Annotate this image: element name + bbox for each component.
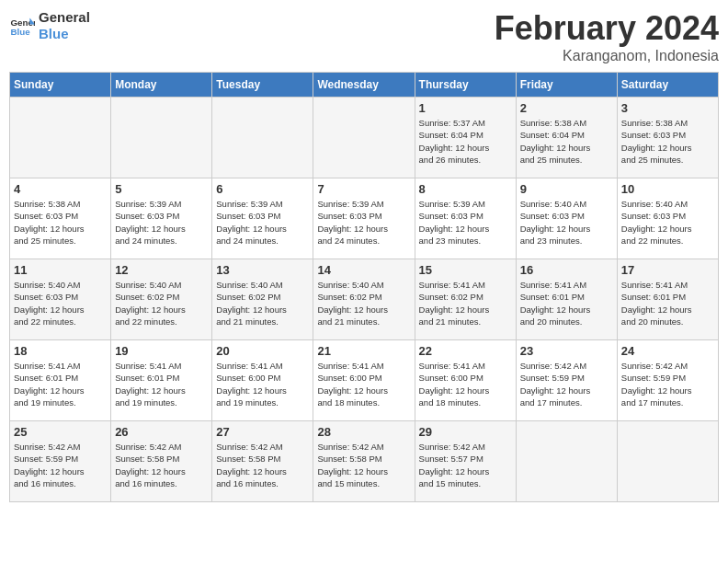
day-number: 11 <box>14 263 107 277</box>
weekday-header-monday: Monday <box>111 73 212 98</box>
calendar-week-row: 1Sunrise: 5:37 AM Sunset: 6:04 PM Daylig… <box>10 98 719 178</box>
calendar-cell: 26Sunrise: 5:42 AM Sunset: 5:58 PM Dayli… <box>111 421 212 502</box>
day-number: 8 <box>419 182 512 196</box>
day-number: 1 <box>419 101 512 115</box>
day-number: 21 <box>317 344 410 358</box>
day-number: 23 <box>520 344 613 358</box>
calendar-cell: 3Sunrise: 5:38 AM Sunset: 6:03 PM Daylig… <box>617 98 718 178</box>
day-info: Sunrise: 5:42 AM Sunset: 5:59 PM Dayligh… <box>621 360 714 408</box>
day-info: Sunrise: 5:42 AM Sunset: 5:58 PM Dayligh… <box>216 441 309 489</box>
calendar-cell: 8Sunrise: 5:39 AM Sunset: 6:03 PM Daylig… <box>415 178 516 259</box>
calendar-cell: 5Sunrise: 5:39 AM Sunset: 6:03 PM Daylig… <box>111 178 212 259</box>
day-info: Sunrise: 5:38 AM Sunset: 6:03 PM Dayligh… <box>621 117 714 166</box>
calendar-week-row: 4Sunrise: 5:38 AM Sunset: 6:03 PM Daylig… <box>10 178 719 259</box>
calendar-cell: 2Sunrise: 5:38 AM Sunset: 6:04 PM Daylig… <box>516 98 617 178</box>
calendar-cell: 16Sunrise: 5:41 AM Sunset: 6:01 PM Dayli… <box>516 259 617 340</box>
logo-general: General <box>39 9 90 26</box>
day-number: 16 <box>520 263 613 277</box>
day-number: 4 <box>14 182 107 196</box>
day-number: 12 <box>115 263 208 277</box>
calendar-cell: 14Sunrise: 5:40 AM Sunset: 6:02 PM Dayli… <box>313 259 415 340</box>
day-info: Sunrise: 5:42 AM Sunset: 5:59 PM Dayligh… <box>14 441 107 489</box>
day-info: Sunrise: 5:37 AM Sunset: 6:04 PM Dayligh… <box>419 117 512 166</box>
calendar-cell: 23Sunrise: 5:42 AM Sunset: 5:59 PM Dayli… <box>516 340 617 421</box>
location-subtitle: Karanganom, Indonesia <box>495 48 719 64</box>
calendar-cell: 17Sunrise: 5:41 AM Sunset: 6:01 PM Dayli… <box>617 259 718 340</box>
day-info: Sunrise: 5:42 AM Sunset: 5:59 PM Dayligh… <box>520 360 613 408</box>
calendar-cell: 4Sunrise: 5:38 AM Sunset: 6:03 PM Daylig… <box>10 178 111 259</box>
day-info: Sunrise: 5:40 AM Sunset: 6:02 PM Dayligh… <box>216 279 309 327</box>
day-info: Sunrise: 5:41 AM Sunset: 6:01 PM Dayligh… <box>621 279 714 327</box>
day-number: 18 <box>14 344 107 358</box>
day-number: 24 <box>621 344 714 358</box>
calendar-cell: 15Sunrise: 5:41 AM Sunset: 6:02 PM Dayli… <box>415 259 516 340</box>
page-header: General Blue General Blue February 2024 … <box>9 9 719 64</box>
day-info: Sunrise: 5:40 AM Sunset: 6:03 PM Dayligh… <box>621 198 714 247</box>
day-number: 29 <box>419 425 512 439</box>
day-number: 26 <box>115 425 208 439</box>
day-number: 20 <box>216 344 309 358</box>
day-info: Sunrise: 5:41 AM Sunset: 6:01 PM Dayligh… <box>14 360 107 408</box>
weekday-header-saturday: Saturday <box>617 73 718 98</box>
day-number: 10 <box>621 182 714 196</box>
calendar-cell: 18Sunrise: 5:41 AM Sunset: 6:01 PM Dayli… <box>10 340 111 421</box>
title-area: February 2024 Karanganom, Indonesia <box>495 9 719 64</box>
day-number: 6 <box>216 182 309 196</box>
day-number: 5 <box>115 182 208 196</box>
day-number: 19 <box>115 344 208 358</box>
day-info: Sunrise: 5:42 AM Sunset: 5:58 PM Dayligh… <box>317 441 410 489</box>
day-info: Sunrise: 5:40 AM Sunset: 6:03 PM Dayligh… <box>520 198 613 247</box>
calendar-cell <box>10 98 111 178</box>
logo-icon: General Blue <box>9 13 35 39</box>
day-info: Sunrise: 5:41 AM Sunset: 6:00 PM Dayligh… <box>317 360 410 408</box>
calendar-cell <box>313 98 415 178</box>
calendar-cell <box>111 98 212 178</box>
day-info: Sunrise: 5:42 AM Sunset: 5:58 PM Dayligh… <box>115 441 208 489</box>
day-number: 13 <box>216 263 309 277</box>
day-number: 15 <box>419 263 512 277</box>
calendar-cell: 20Sunrise: 5:41 AM Sunset: 6:00 PM Dayli… <box>212 340 313 421</box>
weekday-header-wednesday: Wednesday <box>313 73 415 98</box>
day-info: Sunrise: 5:42 AM Sunset: 5:57 PM Dayligh… <box>419 441 512 489</box>
day-number: 9 <box>520 182 613 196</box>
day-number: 3 <box>621 101 714 115</box>
day-number: 14 <box>317 263 410 277</box>
day-info: Sunrise: 5:41 AM Sunset: 6:00 PM Dayligh… <box>419 360 512 408</box>
day-info: Sunrise: 5:39 AM Sunset: 6:03 PM Dayligh… <box>317 198 410 247</box>
day-info: Sunrise: 5:41 AM Sunset: 6:02 PM Dayligh… <box>419 279 512 327</box>
day-number: 25 <box>14 425 107 439</box>
weekday-header-thursday: Thursday <box>415 73 516 98</box>
calendar-cell: 1Sunrise: 5:37 AM Sunset: 6:04 PM Daylig… <box>415 98 516 178</box>
calendar-table: SundayMondayTuesdayWednesdayThursdayFrid… <box>9 72 719 502</box>
calendar-cell <box>212 98 313 178</box>
calendar-cell: 21Sunrise: 5:41 AM Sunset: 6:00 PM Dayli… <box>313 340 415 421</box>
calendar-cell: 22Sunrise: 5:41 AM Sunset: 6:00 PM Dayli… <box>415 340 516 421</box>
calendar-cell: 6Sunrise: 5:39 AM Sunset: 6:03 PM Daylig… <box>212 178 313 259</box>
day-info: Sunrise: 5:41 AM Sunset: 6:01 PM Dayligh… <box>520 279 613 327</box>
day-info: Sunrise: 5:39 AM Sunset: 6:03 PM Dayligh… <box>115 198 208 247</box>
calendar-week-row: 25Sunrise: 5:42 AM Sunset: 5:59 PM Dayli… <box>10 421 719 502</box>
svg-text:Blue: Blue <box>10 27 30 37</box>
day-info: Sunrise: 5:39 AM Sunset: 6:03 PM Dayligh… <box>216 198 309 247</box>
day-info: Sunrise: 5:41 AM Sunset: 6:00 PM Dayligh… <box>216 360 309 408</box>
day-info: Sunrise: 5:40 AM Sunset: 6:03 PM Dayligh… <box>14 279 107 327</box>
calendar-cell: 12Sunrise: 5:40 AM Sunset: 6:02 PM Dayli… <box>111 259 212 340</box>
calendar-cell <box>617 421 718 502</box>
day-number: 27 <box>216 425 309 439</box>
calendar-cell <box>516 421 617 502</box>
logo-blue: Blue <box>39 26 90 42</box>
month-year-title: February 2024 <box>495 9 719 48</box>
day-info: Sunrise: 5:38 AM Sunset: 6:03 PM Dayligh… <box>14 198 107 247</box>
calendar-cell: 28Sunrise: 5:42 AM Sunset: 5:58 PM Dayli… <box>313 421 415 502</box>
calendar-week-row: 11Sunrise: 5:40 AM Sunset: 6:03 PM Dayli… <box>10 259 719 340</box>
calendar-cell: 13Sunrise: 5:40 AM Sunset: 6:02 PM Dayli… <box>212 259 313 340</box>
day-info: Sunrise: 5:40 AM Sunset: 6:02 PM Dayligh… <box>115 279 208 327</box>
calendar-cell: 25Sunrise: 5:42 AM Sunset: 5:59 PM Dayli… <box>10 421 111 502</box>
calendar-cell: 10Sunrise: 5:40 AM Sunset: 6:03 PM Dayli… <box>617 178 718 259</box>
calendar-cell: 19Sunrise: 5:41 AM Sunset: 6:01 PM Dayli… <box>111 340 212 421</box>
weekday-header-tuesday: Tuesday <box>212 73 313 98</box>
calendar-cell: 9Sunrise: 5:40 AM Sunset: 6:03 PM Daylig… <box>516 178 617 259</box>
weekday-header-friday: Friday <box>516 73 617 98</box>
calendar-cell: 11Sunrise: 5:40 AM Sunset: 6:03 PM Dayli… <box>10 259 111 340</box>
weekday-header-sunday: Sunday <box>10 73 111 98</box>
